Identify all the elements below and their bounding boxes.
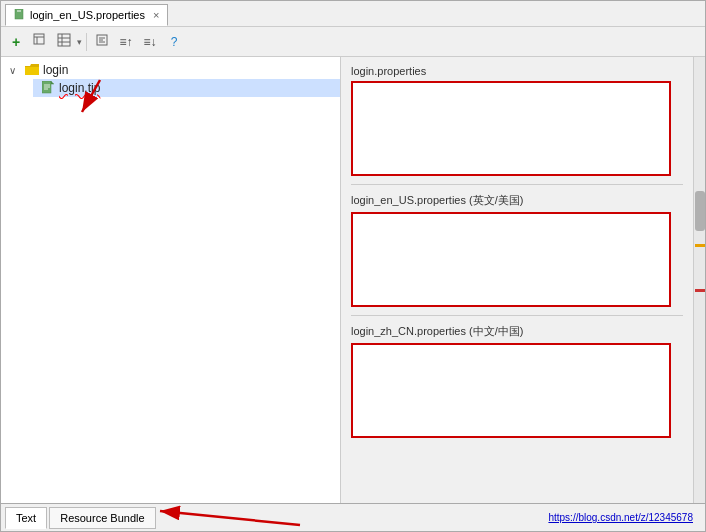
move-up-icon: ≡↑ [119, 35, 132, 49]
help-icon: ? [171, 35, 178, 49]
toolbar-dropdown: ▾ [77, 37, 82, 47]
edit-icon [33, 33, 47, 50]
table-icon [57, 33, 71, 50]
edit-button[interactable] [29, 31, 51, 53]
content-area: ∨ login [1, 57, 705, 503]
tab-bar: login_en_US.properties × [1, 1, 705, 27]
svg-rect-2 [34, 34, 44, 44]
tree-area: ∨ login [1, 57, 340, 503]
svg-rect-5 [58, 34, 70, 46]
file-tab[interactable]: login_en_US.properties × [5, 4, 168, 26]
file-icon [41, 81, 55, 95]
property-textarea-2[interactable] [351, 212, 671, 307]
right-panel-wrapper: login.properties login_en_US.properties … [341, 57, 705, 503]
tree-child-item[interactable]: login.tip [33, 79, 340, 97]
run-button[interactable] [91, 31, 113, 53]
scrollbar-marker-1 [695, 244, 705, 247]
tree-toggle-icon: ∨ [9, 65, 21, 76]
property-label-1: login.properties [351, 65, 683, 77]
right-panel: login.properties login_en_US.properties … [341, 57, 693, 503]
property-section-1: login.properties [341, 57, 693, 184]
run-icon [95, 33, 109, 50]
file-tab-label: login_en_US.properties [30, 9, 145, 21]
tree-root-label: login [43, 63, 68, 77]
tab-text[interactable]: Text [5, 507, 47, 529]
property-label-2: login_en_US.properties (英文/美国) [351, 193, 683, 208]
toolbar: + ▾ [1, 27, 705, 57]
move-down-button[interactable]: ≡↓ [139, 31, 161, 53]
add-icon: + [12, 34, 20, 50]
folder-icon [25, 63, 39, 77]
tree-child-container: login.tip [1, 79, 340, 97]
svg-rect-1 [17, 10, 21, 12]
status-bar-url[interactable]: https://blog.csdn.net/z/12345678 [158, 512, 701, 523]
tab-text-label: Text [16, 512, 36, 524]
file-tab-icon [14, 9, 26, 21]
scrollbar-marker-2 [695, 289, 705, 292]
toolbar-separator-1 [86, 33, 87, 51]
scrollbar-thumb [695, 191, 705, 231]
tree-root-item[interactable]: ∨ login [1, 61, 340, 79]
property-section-2: login_en_US.properties (英文/美国) [341, 185, 693, 315]
tree-child-label: login.tip [59, 81, 100, 95]
right-scrollbar[interactable] [693, 57, 705, 503]
move-down-icon: ≡↓ [143, 35, 156, 49]
property-label-3: login_zh_CN.properties (中文/中国) [351, 324, 683, 339]
tab-resource-bundle[interactable]: Resource Bundle [49, 507, 155, 529]
property-textarea-3[interactable] [351, 343, 671, 438]
svg-marker-14 [51, 81, 54, 84]
tab-close-button[interactable]: × [153, 9, 159, 21]
main-window: login_en_US.properties × + [0, 0, 706, 532]
left-panel: ∨ login [1, 57, 341, 503]
tab-resource-bundle-label: Resource Bundle [60, 512, 144, 524]
add-button[interactable]: + [5, 31, 27, 53]
property-section-3: login_zh_CN.properties (中文/中国) [341, 316, 693, 446]
bottom-tab-bar: Text Resource Bundle https://blog.csdn.n… [1, 503, 705, 531]
property-textarea-1[interactable] [351, 81, 671, 176]
table-button[interactable] [53, 31, 75, 53]
help-button[interactable]: ? [163, 31, 185, 53]
move-up-button[interactable]: ≡↑ [115, 31, 137, 53]
